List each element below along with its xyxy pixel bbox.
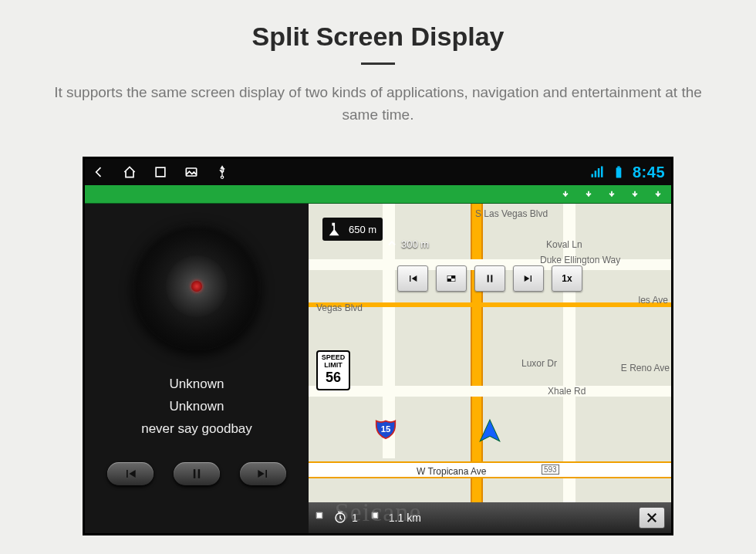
road-label: Luxor Dr <box>521 358 557 369</box>
page-subtitle: It supports the same screen display of t… <box>23 82 733 126</box>
sim-stop-button[interactable] <box>436 265 467 292</box>
svg-rect-3 <box>617 167 619 168</box>
road-label: Duke Ellington Way <box>540 255 620 265</box>
clock: 8:45 <box>633 164 665 181</box>
lane-arrow-icon <box>629 187 640 201</box>
usb-icon[interactable] <box>214 164 230 180</box>
sim-pause-button[interactable] <box>474 265 505 292</box>
road-label: les Ave <box>639 295 668 306</box>
svg-rect-4 <box>194 469 196 478</box>
remaining-distance-segment: 1.1 km <box>370 511 421 525</box>
svg-rect-9 <box>488 275 489 282</box>
svg-rect-2 <box>616 167 622 177</box>
back-icon[interactable] <box>91 164 106 180</box>
lane-arrow-icon <box>653 187 663 201</box>
svg-rect-1 <box>186 168 196 176</box>
status-bar: 8:45 <box>85 159 671 185</box>
current-position-icon <box>477 418 503 444</box>
svg-rect-5 <box>198 469 201 478</box>
eta-segment: 1 <box>315 511 358 525</box>
svg-rect-0 <box>156 167 165 177</box>
distance-primary: 650 m <box>322 218 383 241</box>
svg-rect-8 <box>451 279 455 281</box>
svg-text:15: 15 <box>381 424 391 434</box>
map-canvas[interactable]: S Las Vegas Blvd Koval Ln Duke Ellington… <box>309 204 671 533</box>
signal-icon <box>589 164 605 180</box>
prev-track-button[interactable] <box>107 462 154 485</box>
next-track-button[interactable] <box>240 462 286 485</box>
sim-next-button[interactable] <box>513 265 544 292</box>
title-underline <box>361 62 395 65</box>
gallery-icon[interactable] <box>184 164 199 180</box>
navigation-pane: S Las Vegas Blvd Koval Ln Duke Ellington… <box>309 204 671 533</box>
track-title: never say goodbay <box>85 418 309 441</box>
road-label: W Tropicana Ave <box>417 466 487 477</box>
device-screenshot: 8:45 Unknown Unknown never say goodbay <box>85 159 671 533</box>
play-pause-button[interactable] <box>174 462 220 485</box>
lane-arrow-icon <box>560 187 571 201</box>
interstate-shield-icon: 15 <box>375 418 397 440</box>
home-icon[interactable] <box>122 164 137 180</box>
close-navigation-button[interactable] <box>639 507 665 529</box>
sim-prev-button[interactable] <box>397 265 428 292</box>
album-disc <box>133 222 261 350</box>
track-album: Unknown <box>85 396 309 418</box>
road-label: Vegas Blvd <box>316 302 363 313</box>
svg-rect-7 <box>447 276 451 279</box>
track-artist: Unknown <box>85 373 309 396</box>
road-label: Koval Ln <box>546 239 582 250</box>
road-label: Xhale Rd <box>548 386 586 397</box>
nav-bottom-bar: 1 1.1 km <box>309 502 671 533</box>
speed-limit-sign: SPEED LIMIT 56 <box>316 350 350 390</box>
road-label: E Reno Ave <box>621 363 670 373</box>
distance-secondary: 300 m <box>386 238 429 250</box>
recent-apps-icon[interactable] <box>153 164 168 180</box>
page-title: Split Screen Display <box>0 0 756 52</box>
sim-control-bar: 1x <box>397 265 582 292</box>
svg-rect-10 <box>491 275 492 282</box>
lane-arrow-icon <box>583 187 594 201</box>
road-label: S Las Vegas Blvd <box>475 208 548 219</box>
lane-arrow-icon <box>606 187 617 201</box>
road-tag: 593 <box>542 464 559 475</box>
media-player-pane: Unknown Unknown never say goodbay <box>85 204 309 533</box>
lane-guidance-strip <box>85 185 671 204</box>
sim-speed-button[interactable]: 1x <box>552 265 582 292</box>
battery-icon <box>611 164 626 180</box>
